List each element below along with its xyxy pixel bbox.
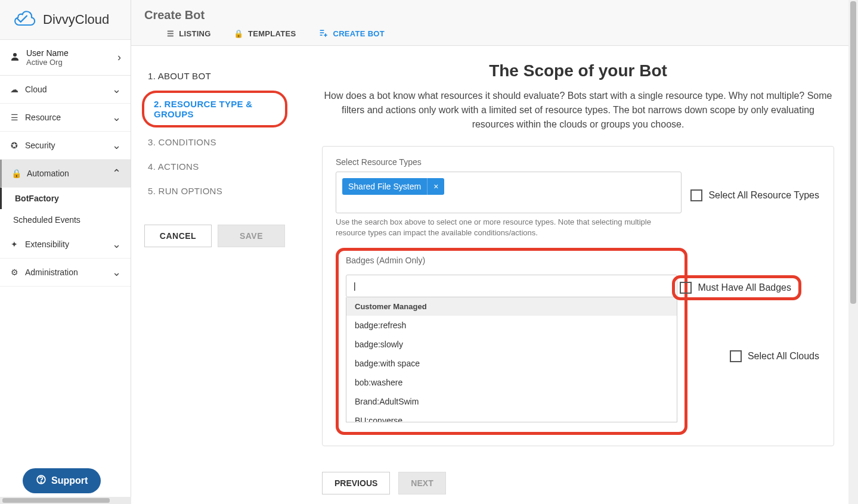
user-name: User Name <box>26 48 69 58</box>
select-all-clouds-row: Select All Clouds <box>730 350 819 362</box>
tab-label: TEMPLATES <box>248 29 296 38</box>
step-conditions[interactable]: 3. CONDITIONS <box>142 130 287 154</box>
tab-listing[interactable]: ☰ LISTING <box>167 29 211 38</box>
chevron-down-icon: ⌄ <box>112 111 121 124</box>
chevron-down-icon: ⌄ <box>112 83 121 96</box>
checkbox-label: Select All Clouds <box>748 351 819 362</box>
select-all-resource-types-checkbox[interactable] <box>690 189 702 201</box>
nav-label: Security <box>25 141 55 150</box>
form-area: The Scope of your Bot How does a bot kno… <box>298 46 858 504</box>
chevron-down-icon: ⌄ <box>112 266 121 279</box>
nav-label: Cloud <box>25 85 47 94</box>
save-button: SAVE <box>218 225 285 247</box>
step-resource-type-groups[interactable]: 2. RESOURCE TYPE & GROUPS <box>142 91 287 127</box>
tag-text: Shared File System <box>342 178 427 195</box>
resource-tag: Shared File System × <box>342 178 444 195</box>
help-icon <box>36 474 47 487</box>
cancel-button[interactable]: CANCEL <box>144 225 212 247</box>
must-have-all-badges-row: Must Have All Badges <box>672 275 801 300</box>
chevron-up-icon: ⌃ <box>112 167 121 180</box>
top-header: Create Bot ☰ LISTING 🔒 TEMPLATES CREATE … <box>131 0 858 46</box>
sidebar-sub-botfactory[interactable]: BotFactory <box>0 188 131 209</box>
form-box: Select Resource Types Shared File System… <box>322 146 834 446</box>
nav-label: Extensibility <box>25 239 69 249</box>
logo-area: DivvyCloud <box>0 0 131 40</box>
form-description: How does a bot know what resources it sh… <box>322 89 834 132</box>
select-all-clouds-checkbox[interactable] <box>730 350 742 362</box>
dropdown-item[interactable]: BU:converse <box>346 411 677 422</box>
chevron-right-icon: › <box>117 51 121 64</box>
list-icon: ☰ <box>10 113 19 122</box>
badges-label: Badges (Admin Only) <box>346 256 677 265</box>
page-title: Create Bot <box>131 0 858 28</box>
sidebar: DivvyCloud User Name Active Org › ☁Cloud… <box>0 0 131 504</box>
dropdown-item[interactable]: badge:with space <box>346 354 677 373</box>
dropdown-group-header: Customer Managed <box>346 297 677 316</box>
tag-remove-icon[interactable]: × <box>427 178 444 195</box>
dropdown-item[interactable]: badge:refresh <box>346 316 677 335</box>
logo-text: DivvyCloud <box>43 12 109 27</box>
tab-label: CREATE BOT <box>333 29 385 38</box>
add-list-icon <box>318 28 328 39</box>
checkbox-label: Select All Resource Types <box>708 190 819 201</box>
cloud-logo-icon <box>12 10 38 30</box>
sidebar-sub-scheduled-events[interactable]: Scheduled Events <box>0 209 131 231</box>
shield-icon: ✪ <box>10 141 19 150</box>
badges-section: Badges (Admin Only) Customer Managed bad… <box>336 248 687 435</box>
resource-types-label: Select Resource Types <box>336 157 820 167</box>
sidebar-item-extensibility[interactable]: ✦Extensibility ⌄ <box>0 231 131 259</box>
cloud-icon: ☁ <box>10 85 19 94</box>
nav-label: Automation <box>27 169 69 178</box>
step-about-bot[interactable]: 1. ABOUT BOT <box>142 64 287 88</box>
dropdown-item[interactable]: Brand:AdultSwim <box>346 392 677 411</box>
sidebar-item-administration[interactable]: ⚙Administration ⌄ <box>0 259 131 287</box>
chevron-down-icon: ⌄ <box>112 238 121 251</box>
wizard-steps: 1. ABOUT BOT 2. RESOURCE TYPE & GROUPS 3… <box>131 46 298 504</box>
support-button[interactable]: Support <box>23 468 101 493</box>
dropdown-item[interactable]: bob:washere <box>346 373 677 392</box>
form-title: The Scope of your Bot <box>322 61 834 80</box>
lock-icon: 🔒 <box>234 29 243 38</box>
badges-dropdown: Customer Managed badge:refresh badge:slo… <box>346 297 677 422</box>
select-all-resource-types-row: Select All Resource Types <box>690 189 819 201</box>
vertical-scrollbar[interactable] <box>848 0 858 504</box>
badges-input[interactable] <box>346 275 677 297</box>
lock-icon: 🔒 <box>11 169 21 178</box>
svg-point-0 <box>13 53 17 57</box>
resource-help-text: Use the search box above to select one o… <box>336 217 670 238</box>
chevron-down-icon: ⌄ <box>112 139 121 152</box>
next-button: NEXT <box>398 472 445 494</box>
gear-icon: ⚙ <box>10 267 19 277</box>
nav-label: Resource <box>25 113 61 122</box>
step-actions[interactable]: 4. ACTIONS <box>142 154 287 179</box>
puzzle-icon: ✦ <box>10 239 19 249</box>
sidebar-item-cloud[interactable]: ☁Cloud ⌄ <box>0 76 131 104</box>
user-account-menu[interactable]: User Name Active Org › <box>0 40 131 76</box>
tab-create-bot[interactable]: CREATE BOT <box>318 28 385 39</box>
wizard-bottom-nav: PREVIOUS NEXT <box>322 472 446 494</box>
user-org: Active Org <box>26 58 69 67</box>
support-label: Support <box>51 475 88 486</box>
dropdown-item[interactable]: badge:slowly <box>346 335 677 354</box>
checkbox-label: Must Have All Badges <box>698 282 791 293</box>
tab-templates[interactable]: 🔒 TEMPLATES <box>234 29 296 38</box>
horizontal-scrollbar[interactable] <box>0 497 131 504</box>
step-run-options[interactable]: 5. RUN OPTIONS <box>142 179 287 203</box>
resource-types-select[interactable]: Shared File System × <box>336 172 682 213</box>
sidebar-item-security[interactable]: ✪Security ⌄ <box>0 132 131 160</box>
previous-button[interactable]: PREVIOUS <box>322 472 390 494</box>
user-icon <box>10 51 20 64</box>
must-have-all-badges-checkbox[interactable] <box>680 282 692 294</box>
sidebar-item-automation[interactable]: 🔒Automation ⌃ <box>0 160 131 188</box>
nav-label: Administration <box>25 267 78 277</box>
list-icon: ☰ <box>167 29 174 38</box>
svg-point-2 <box>41 482 41 483</box>
sidebar-item-resource[interactable]: ☰Resource ⌄ <box>0 104 131 132</box>
tab-label: LISTING <box>179 29 210 38</box>
